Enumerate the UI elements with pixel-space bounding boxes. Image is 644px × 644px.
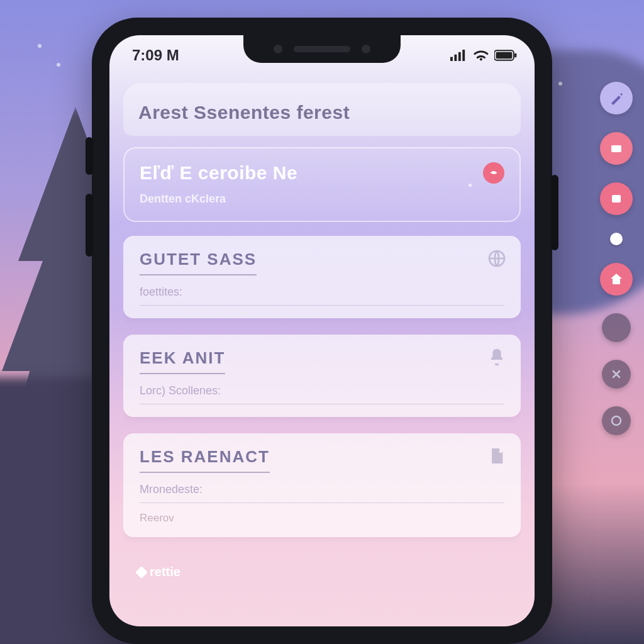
side-controls: [600, 82, 633, 435]
card-title: EEK ANIT: [140, 348, 225, 374]
page-title: Arest Ssenentes ferest: [138, 102, 506, 123]
circle-icon: [609, 413, 624, 428]
window-button[interactable]: [600, 182, 633, 215]
wifi-icon: [473, 50, 489, 61]
close-button[interactable]: [602, 360, 631, 389]
speaker-icon: [294, 46, 350, 52]
hero-subtitle: Dentten cKclera: [140, 192, 504, 206]
card-list: GUTET SASS foettites: EEK ANIT Lorc) Sco…: [123, 236, 521, 626]
phone-mute-switch: [86, 137, 93, 175]
phone-power-button: [551, 175, 558, 250]
close-icon: [609, 367, 624, 382]
svg-rect-8: [496, 52, 513, 58]
globe-icon: [487, 248, 507, 269]
home-button[interactable]: [600, 263, 633, 296]
svg-rect-3: [450, 57, 453, 61]
star-icon: [38, 44, 42, 48]
phone-volume-button: [86, 194, 93, 257]
bird-icon: [489, 168, 499, 178]
footer-label: rettie: [150, 565, 180, 579]
battery-icon: [494, 50, 517, 61]
dot-icon: [469, 184, 472, 187]
svg-rect-9: [514, 53, 516, 57]
wand-button[interactable]: [600, 82, 633, 114]
camera-icon: [274, 45, 282, 53]
card-title: LES RAENACT: [140, 447, 270, 473]
svg-point-2: [612, 416, 621, 425]
blank-button[interactable]: [602, 313, 631, 342]
header-card: Arest Ssenentes ferest: [123, 83, 521, 136]
bell-icon: [487, 347, 507, 367]
svg-rect-6: [462, 50, 465, 61]
list-item[interactable]: GUTET SASS foettites:: [123, 236, 521, 318]
svg-rect-0: [611, 145, 621, 152]
dot-icon: [610, 233, 623, 245]
card-subtitle: foettites:: [140, 286, 504, 306]
card-title: GUTET SASS: [140, 250, 257, 275]
card-subtitle: Lorc) Scollenes:: [140, 384, 504, 404]
card-subtitle-2: Reerov: [140, 512, 504, 525]
star-icon: [558, 82, 562, 86]
hero-badge[interactable]: [483, 162, 504, 184]
svg-rect-1: [612, 195, 621, 203]
hero-card[interactable]: Eľď E ceroibe Ne Dentten cKclera: [123, 147, 521, 222]
svg-rect-5: [458, 52, 461, 61]
window-icon: [609, 191, 624, 206]
status-time: 7:09 M: [132, 47, 179, 64]
card-icon: [609, 141, 624, 156]
list-item[interactable]: LES RAENACT Mronedeste: Reerov: [123, 433, 521, 537]
hero-title: Eľď E ceroibe Ne: [140, 162, 504, 184]
circle-button[interactable]: [602, 406, 631, 435]
star-icon: [57, 63, 60, 67]
svg-rect-4: [454, 55, 457, 61]
phone-notch: [243, 35, 401, 63]
sensor-icon: [362, 45, 370, 53]
phone-frame: 7:09 M Arest Ssenentes ferest Eľď E cero…: [92, 18, 552, 644]
phone-screen: 7:09 M Arest Ssenentes ferest Eľď E cero…: [109, 35, 535, 626]
list-item[interactable]: EEK ANIT Lorc) Scollenes:: [123, 335, 521, 417]
home-icon: [609, 272, 624, 287]
card-subtitle: Mronedeste:: [140, 483, 504, 503]
cellular-icon: [450, 50, 468, 61]
footer-chip[interactable]: rettie: [137, 565, 507, 579]
note-icon: [487, 446, 507, 466]
card-button[interactable]: [600, 132, 633, 165]
diamond-icon: [135, 566, 148, 579]
dot-button[interactable]: [610, 233, 623, 245]
wand-icon: [609, 91, 624, 106]
